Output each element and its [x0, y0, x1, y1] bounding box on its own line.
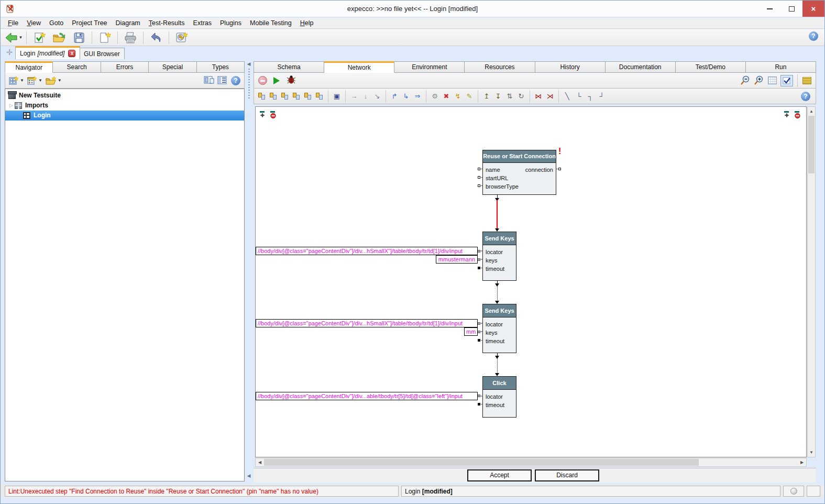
tab-run[interactable]: Run [746, 61, 816, 73]
add-step-before-icon[interactable]: → [348, 91, 360, 102]
input-pin[interactable] [478, 267, 480, 269]
menu-test-results[interactable]: Test-Results [145, 18, 189, 28]
new-output-pin-icon[interactable]: ↳ [400, 91, 412, 102]
help-icon[interactable]: ? [801, 92, 810, 101]
save-button[interactable] [69, 30, 89, 45]
snap-to-grid-icon[interactable] [780, 75, 793, 86]
scroll-left-icon[interactable]: ◀ [256, 458, 263, 466]
menu-diagram[interactable]: Diagram [112, 18, 145, 28]
add-step-after-icon[interactable]: ↓ [360, 91, 371, 102]
tree-item-login[interactable]: Login [5, 111, 244, 120]
keys-value-label[interactable]: mm [464, 327, 478, 336]
route-diagonal-icon[interactable]: ╲ [562, 91, 573, 102]
new-diagram-menu-button[interactable]: ▼ [9, 76, 24, 85]
output-pin[interactable] [558, 168, 561, 170]
input-pin[interactable] [478, 403, 480, 406]
tab-network[interactable]: Network [324, 61, 394, 73]
step-block-send-keys-1[interactable]: Send Keys locator keys timeout [482, 232, 516, 281]
collapse-left-icon[interactable]: ◀ [245, 61, 253, 67]
pin-rotate-icon[interactable]: ↻ [515, 91, 527, 102]
route-corner-ne-icon[interactable]: └ [573, 91, 585, 102]
connection-line-dotted[interactable] [497, 358, 498, 374]
input-pin[interactable] [478, 184, 480, 187]
vertical-scrollbar[interactable]: ▲ ▼ [807, 106, 816, 457]
align-right-icon[interactable] [268, 91, 279, 102]
scroll-down-icon[interactable]: ▼ [808, 448, 815, 456]
tab-history[interactable]: History [535, 61, 606, 73]
keys-value-label[interactable]: mmustermann [436, 255, 478, 264]
tool-settings-button[interactable] [172, 30, 192, 45]
debug-icon[interactable] [287, 75, 296, 86]
tab-gui-browser[interactable]: GUI Browser [79, 48, 125, 59]
annotations-icon[interactable] [802, 77, 811, 84]
navigate-back-button[interactable]: ▼ [4, 30, 24, 45]
connection-line-red[interactable] [497, 200, 498, 228]
menu-plugins[interactable]: Plugins [216, 18, 246, 28]
step-block-click[interactable]: Click locator timeout [482, 376, 516, 418]
toggle-logging-icon[interactable]: ✎ [464, 91, 475, 102]
dropdown-icon[interactable]: ▼ [58, 78, 62, 83]
locator-value-label[interactable]: //body/div[@class="pageContentDiv"]/div.… [256, 392, 478, 400]
open-file-button[interactable] [49, 30, 69, 45]
toggle-tree-layout-button[interactable] [217, 76, 228, 85]
close-tab-icon[interactable]: x [68, 50, 75, 57]
scrollbar-thumb[interactable] [808, 116, 815, 173]
stop-icon[interactable] [258, 76, 267, 85]
run-icon[interactable] [273, 77, 280, 84]
menu-project-tree[interactable]: Project Tree [68, 18, 111, 28]
new-input-pin-icon[interactable]: ↱ [389, 91, 400, 102]
input-pin[interactable] [478, 176, 480, 179]
menu-view[interactable]: View [23, 18, 45, 28]
dropdown-icon[interactable]: ▼ [20, 78, 24, 83]
move-anchor-icon[interactable] [784, 111, 790, 119]
no-entry-icon[interactable] [270, 111, 277, 119]
tab-schema[interactable]: Schema [254, 61, 324, 73]
panel-splitter[interactable]: ◀ ◀ [245, 61, 253, 481]
tree-item-imports[interactable]: ▷Imports [5, 101, 244, 111]
scroll-up-icon[interactable]: ▲ [808, 107, 815, 115]
help-button[interactable]: ? [809, 31, 818, 41]
locator-value-label[interactable]: //body/div[@class="pageContentDiv"]/div.… [256, 319, 478, 327]
locator-value-label[interactable]: //body/div[@class="pageContentDiv"]/div.… [256, 247, 478, 255]
new-folder-menu-button[interactable]: ▼ [46, 76, 62, 85]
align-top-icon[interactable] [279, 91, 291, 102]
network-canvas[interactable]: ! Reuse or Start Connection nameconnecti… [255, 106, 807, 457]
menu-mobile-testing[interactable]: Mobile Testing [246, 18, 296, 28]
tab-special[interactable]: Special [149, 61, 196, 73]
scrollbar-thumb[interactable] [264, 459, 699, 466]
pin-move-up-icon[interactable]: ↥ [481, 91, 492, 102]
menu-help[interactable]: Help [296, 18, 318, 28]
menu-file[interactable]: File [4, 18, 23, 28]
grid-icon[interactable] [768, 76, 777, 84]
merge-connection-icon[interactable]: ⋈ [533, 91, 544, 102]
minimize-button[interactable] [758, 1, 780, 17]
help-button[interactable]: ? [231, 76, 240, 85]
align-center-h-icon[interactable] [302, 91, 314, 102]
maximize-button[interactable] [780, 1, 802, 17]
split-connection-icon[interactable]: ⋊ [544, 91, 556, 102]
route-corner-sw-icon[interactable]: ┐ [585, 91, 596, 102]
tab-errors[interactable]: Errors [101, 61, 149, 73]
add-tab-icon[interactable]: ✛ [6, 49, 13, 56]
toggle-detail-pane-button[interactable] [204, 76, 214, 85]
insert-frame-icon[interactable]: ▣ [331, 91, 343, 102]
horizontal-scrollbar[interactable]: ◀ ▶ [255, 458, 807, 467]
step-block-send-keys-2[interactable]: Send Keys locator keys timeout [482, 304, 516, 353]
zoom-in-icon[interactable] [754, 75, 764, 85]
align-bottom-icon[interactable] [291, 91, 302, 102]
no-entry-icon[interactable] [794, 111, 801, 119]
toggle-breakpoint-icon[interactable]: ↯ [452, 91, 464, 102]
step-settings-icon[interactable]: ⚙ [429, 91, 441, 102]
connection-line-dotted[interactable] [497, 286, 498, 301]
menu-goto[interactable]: Goto [45, 18, 68, 28]
input-pin[interactable] [478, 168, 480, 170]
align-left-icon[interactable] [256, 91, 268, 102]
tab-environment[interactable]: Environment [394, 61, 465, 73]
new-item-menu-button[interactable]: ▼ [27, 76, 42, 85]
print-button[interactable] [120, 30, 140, 45]
step-block-reuse-or-start-connection[interactable]: Reuse or Start Connection nameconnection… [482, 150, 556, 195]
expander-icon[interactable]: ▷ [9, 101, 13, 111]
tab-documentation[interactable]: Documentation [606, 61, 676, 73]
back-dropdown-icon[interactable]: ▼ [19, 35, 23, 40]
new-document-button[interactable] [95, 30, 115, 45]
